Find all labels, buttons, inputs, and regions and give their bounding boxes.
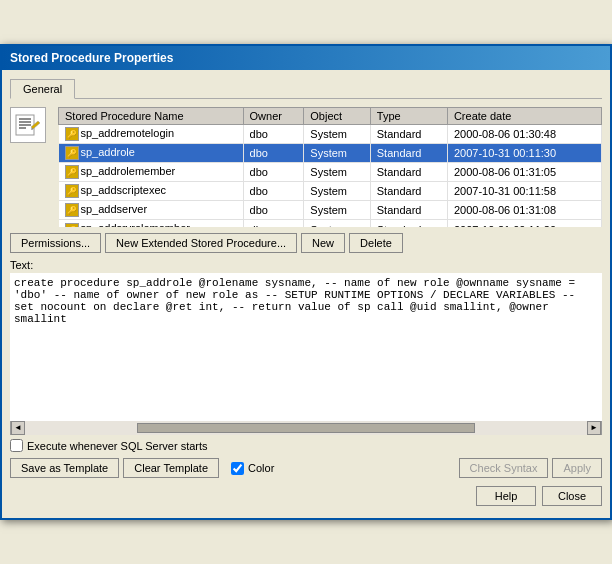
col-header-type: Type — [370, 108, 447, 125]
execute-checkbox-row: Execute whenever SQL Server starts — [10, 439, 602, 452]
edit-icon — [10, 107, 46, 143]
code-hscrollbar[interactable]: ◄ ► — [10, 421, 602, 435]
hscroll-left-btn[interactable]: ◄ — [11, 421, 25, 435]
table-row[interactable]: 🔑sp_addroledboSystemStandard2007-10-31 0… — [59, 144, 602, 163]
col-header-name: Stored Procedure Name — [59, 108, 244, 125]
table-row[interactable]: 🔑sp_addscriptexecdboSystemStandard2007-1… — [59, 182, 602, 201]
hscroll-thumb[interactable] — [137, 423, 474, 433]
check-syntax-button[interactable]: Check Syntax — [459, 458, 549, 478]
close-button[interactable]: Close — [542, 486, 602, 506]
clear-template-button[interactable]: Clear Template — [123, 458, 219, 478]
table-buttons-row: Permissions... New Extended Stored Proce… — [10, 233, 602, 253]
tab-general[interactable]: General — [10, 79, 75, 99]
title-bar: Stored Procedure Properties — [2, 46, 610, 70]
tab-bar: General — [10, 78, 602, 99]
code-editor[interactable]: create procedure sp_addrole @rolename sy… — [10, 273, 602, 421]
color-label[interactable]: Color — [248, 462, 274, 474]
help-close-row: Help Close — [10, 486, 602, 510]
new-ext-sp-button[interactable]: New Extended Stored Procedure... — [105, 233, 297, 253]
permissions-button[interactable]: Permissions... — [10, 233, 101, 253]
col-header-date: Create date — [447, 108, 601, 125]
bottom-buttons-row: Save as Template Clear Template Color Ch… — [10, 458, 602, 478]
delete-button[interactable]: Delete — [349, 233, 403, 253]
table-row[interactable]: 🔑sp_addrolememberdboSystemStandard2000-0… — [59, 163, 602, 182]
stored-procedure-table[interactable]: Stored Procedure Name Owner Object Type … — [58, 107, 602, 227]
apply-button[interactable]: Apply — [552, 458, 602, 478]
col-header-owner: Owner — [243, 108, 304, 125]
help-button[interactable]: Help — [476, 486, 536, 506]
table-row[interactable]: 🔑sp_addserverdboSystemStandard2000-08-06… — [59, 201, 602, 220]
table-row[interactable]: 🔑sp_addremotelogindboSystemStandard2000-… — [59, 125, 602, 144]
hscroll-track[interactable] — [25, 421, 587, 435]
new-button[interactable]: New — [301, 233, 345, 253]
execute-checkbox[interactable] — [10, 439, 23, 452]
col-header-object: Object — [304, 108, 370, 125]
dialog-window: Stored Procedure Properties General — [0, 44, 612, 520]
execute-label[interactable]: Execute whenever SQL Server starts — [27, 440, 208, 452]
text-section-label: Text: — [10, 259, 602, 271]
dialog-title: Stored Procedure Properties — [10, 51, 173, 65]
table-row[interactable]: 🔑sp_addsrvrolememberdboSystemStandard200… — [59, 220, 602, 227]
color-checkbox[interactable] — [231, 462, 244, 475]
save-template-button[interactable]: Save as Template — [10, 458, 119, 478]
hscroll-right-btn[interactable]: ► — [587, 421, 601, 435]
